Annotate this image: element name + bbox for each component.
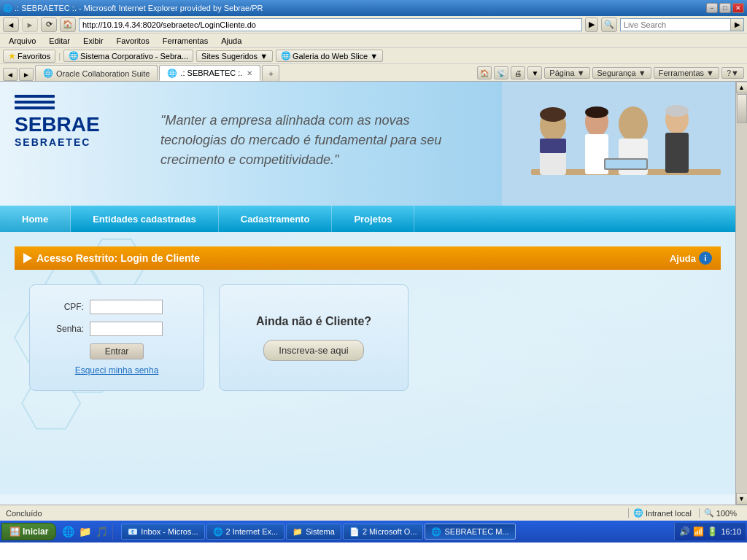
menu-arquivo[interactable]: Arquivo bbox=[3, 35, 42, 47]
favorites-label: Favoritos bbox=[18, 52, 50, 61]
senha-row: Senha: bbox=[47, 322, 186, 336]
systray-icon-1: 🔊 bbox=[679, 526, 690, 537]
tools-menu[interactable]: Ferramentas ▼ bbox=[654, 67, 719, 79]
favorites-button[interactable]: ★ Favoritos bbox=[3, 50, 55, 63]
search-submit-button[interactable]: ▶ bbox=[730, 19, 743, 31]
search-input[interactable] bbox=[621, 19, 730, 31]
scroll-up-button[interactable]: ▲ bbox=[736, 82, 748, 93]
taskbar-icon-4: 🌐 bbox=[431, 527, 441, 537]
tab-new[interactable]: + bbox=[262, 65, 279, 81]
address-input[interactable] bbox=[79, 18, 582, 31]
quicklaunch-media-icon[interactable]: 🎵 bbox=[96, 526, 108, 537]
tab-forward-button[interactable]: ► bbox=[19, 68, 34, 81]
favorites-bar: ★ Favoritos | 🌐 Sistema Corporativo - Se… bbox=[0, 48, 747, 64]
help-menu[interactable]: ?▼ bbox=[721, 67, 744, 79]
scrollbar[interactable]: ▲ ▼ bbox=[735, 82, 747, 505]
forward-button[interactable]: ► bbox=[22, 18, 38, 32]
title-bar-left: 🌐 .: SEBRAETEC :. - Microsoft Internet E… bbox=[3, 4, 263, 12]
cpf-label: CPF: bbox=[47, 302, 84, 312]
menu-editar[interactable]: Editar bbox=[43, 35, 76, 47]
right-tools: 🏠 📡 🖨 ▼ Página ▼ Segurança ▼ Ferramentas… bbox=[477, 66, 744, 81]
fav-item-2[interactable]: Sites Sugeridos ▼ bbox=[196, 50, 273, 62]
register-button[interactable]: Inscreva-se aqui bbox=[263, 340, 363, 361]
taskbar-item-2[interactable]: 📁 Sistema bbox=[286, 524, 341, 540]
menu-favoritos[interactable]: Favoritos bbox=[111, 35, 155, 47]
svg-point-18 bbox=[585, 106, 608, 118]
scroll-thumb[interactable] bbox=[737, 94, 747, 123]
cpf-input[interactable] bbox=[90, 300, 163, 314]
home-button[interactable]: 🏠 bbox=[60, 18, 76, 32]
forms-row: CPF: Senha: Entrar Esqueci minha senha bbox=[15, 284, 721, 391]
entrar-button[interactable]: Entrar bbox=[90, 343, 144, 359]
back-button[interactable]: ◄ bbox=[3, 18, 19, 32]
entrar-label: Entrar bbox=[105, 346, 129, 357]
address-bar: ◄ ► ⟳ 🏠 ▶ 🔍 ▶ bbox=[0, 16, 747, 34]
fav-item-3[interactable]: 🌐 Galeria do Web Slice ▼ bbox=[276, 50, 383, 62]
zoom-icon: 🔍 bbox=[704, 508, 714, 518]
quicklaunch-ie-icon[interactable]: 🌐 bbox=[62, 526, 74, 537]
info-letter: i bbox=[704, 254, 706, 262]
taskbar-item-3[interactable]: 📄 2 Microsoft O... bbox=[343, 524, 424, 540]
forgot-password-link[interactable]: Esqueci minha senha bbox=[47, 365, 186, 376]
window-controls: − □ ✕ bbox=[706, 3, 744, 13]
submit-row: Entrar bbox=[47, 343, 186, 359]
menu-bar: Arquivo Editar Exibir Favoritos Ferramen… bbox=[0, 34, 747, 48]
ajuda-label: Ajuda bbox=[670, 253, 696, 264]
print-arrow-icon[interactable]: ▼ bbox=[527, 66, 542, 79]
menu-ferramentas[interactable]: Ferramentas bbox=[157, 35, 214, 47]
scroll-down-button[interactable]: ▼ bbox=[736, 493, 748, 505]
quicklaunch-folder-icon[interactable]: 📁 bbox=[79, 526, 91, 537]
menu-ajuda[interactable]: Ajuda bbox=[215, 35, 247, 47]
tab-oracle[interactable]: 🌐 Oracle Collaboration Suite bbox=[35, 65, 158, 81]
nav-cadastramento[interactable]: Cadastramento bbox=[219, 206, 333, 232]
tab-back-button[interactable]: ◄ bbox=[3, 68, 18, 81]
home-icon[interactable]: 🏠 bbox=[477, 66, 492, 79]
taskbar-item-1[interactable]: 🌐 2 Internet Ex... bbox=[206, 524, 285, 540]
rss-icon[interactable]: 📡 bbox=[494, 66, 508, 79]
nav-entidades[interactable]: Entidades cadastradas bbox=[71, 206, 219, 232]
zoom-level: 🔍 100% bbox=[699, 508, 741, 518]
security-menu[interactable]: Segurança ▼ bbox=[592, 67, 651, 79]
fav-item-1[interactable]: 🌐 Sistema Corporativo - Sebra... bbox=[63, 50, 193, 62]
tab-sebraetec[interactable]: 🌐 .: SEBRAETEC :. ✕ bbox=[159, 65, 260, 81]
start-button[interactable]: 🪟 Iniciar bbox=[1, 523, 56, 540]
zoom-text: 100% bbox=[716, 509, 737, 518]
info-icon: i bbox=[699, 252, 712, 265]
brand-label: SEBRAETEC bbox=[15, 136, 90, 148]
systray-icon-2: 📶 bbox=[693, 526, 704, 537]
login-section: Acesso Restrito: Login de Cliente Ajuda … bbox=[0, 232, 735, 494]
senha-input[interactable] bbox=[90, 322, 163, 336]
refresh-button[interactable]: ⟳ bbox=[41, 18, 57, 32]
nav-cadastramento-label: Cadastramento bbox=[241, 214, 310, 225]
nav-projetos[interactable]: Projetos bbox=[332, 206, 414, 232]
taskbar-item-4[interactable]: 🌐 SEBRAETEC M... bbox=[425, 524, 515, 540]
tab-oracle-icon: 🌐 bbox=[43, 69, 53, 78]
svg-rect-2 bbox=[15, 106, 55, 109]
windows-icon: 🪟 bbox=[9, 526, 20, 537]
page-menu[interactable]: Página ▼ bbox=[544, 67, 589, 79]
svg-rect-8 bbox=[540, 139, 566, 153]
site-header: SEBRAE SEBRAETEC "Manter a empresa alinh… bbox=[0, 82, 735, 206]
nav-home[interactable]: Home bbox=[0, 206, 71, 232]
go-button[interactable]: ▶ bbox=[585, 18, 598, 32]
close-button[interactable]: ✕ bbox=[732, 3, 744, 13]
svg-rect-0 bbox=[15, 95, 55, 98]
fav-label-2: Sites Sugeridos ▼ bbox=[201, 52, 268, 61]
minimize-button[interactable]: − bbox=[706, 3, 718, 13]
tab-oracle-label: Oracle Collaboration Suite bbox=[56, 69, 150, 78]
taskbar-label-2: Sistema bbox=[306, 527, 335, 536]
fav-label-3: Galeria do Web Slice ▼ bbox=[293, 52, 378, 61]
tab-close-button[interactable]: ✕ bbox=[247, 69, 252, 77]
menu-exibir[interactable]: Exibir bbox=[77, 35, 109, 47]
taskbar-icon-3: 📄 bbox=[349, 527, 360, 537]
systray-icon-3: 🔋 bbox=[707, 526, 718, 537]
svg-rect-1 bbox=[15, 101, 55, 104]
print-icon[interactable]: 🖨 bbox=[511, 66, 525, 79]
ajuda-button[interactable]: Ajuda i bbox=[670, 252, 712, 265]
globe-icon: 🌐 bbox=[633, 508, 643, 518]
quote-text: "Manter a empresa alinhada com as novas … bbox=[160, 113, 441, 167]
taskbar-item-0[interactable]: 📧 Inbox - Micros... bbox=[121, 524, 204, 540]
window-title: .: SEBRAETEC :. - Microsoft Internet Exp… bbox=[15, 4, 263, 12]
maximize-button[interactable]: □ bbox=[719, 3, 731, 13]
people-illustration bbox=[502, 82, 735, 206]
